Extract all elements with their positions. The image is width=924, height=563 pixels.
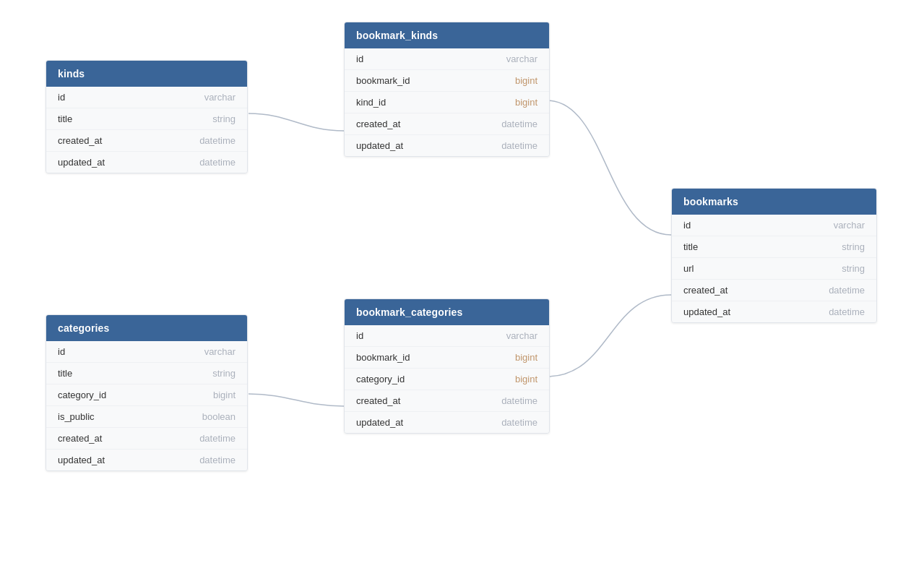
col-type: datetime (199, 157, 236, 168)
table-categories-header: categories (46, 315, 247, 341)
table-row: created_at datetime (46, 428, 247, 450)
col-type: datetime (199, 455, 236, 465)
col-name: bookmark_id (356, 75, 410, 86)
col-type: datetime (199, 135, 236, 146)
table-row: updated_at datetime (46, 450, 247, 470)
table-row: category_id bigint (46, 384, 247, 406)
table-row: url string (672, 258, 876, 280)
col-type: bigint (515, 97, 537, 108)
col-name: is_public (58, 411, 95, 422)
col-name: updated_at (58, 455, 105, 465)
db-diagram-canvas: kinds id varchar title string created_at… (0, 0, 924, 563)
table-kinds-body: id varchar title string created_at datet… (46, 87, 247, 173)
col-name: created_at (356, 119, 400, 129)
connector-bk-cats-bookmarks (547, 295, 671, 377)
col-type: datetime (829, 306, 865, 317)
table-bookmark-kinds-body: id varchar bookmark_id bigint kind_id bi… (345, 48, 549, 156)
table-bookmark-categories-header: bookmark_categories (345, 299, 549, 325)
col-name: updated_at (356, 140, 403, 151)
col-name: title (58, 368, 72, 379)
col-type: datetime (501, 140, 537, 151)
table-row: updated_at datetime (46, 152, 247, 173)
col-name: id (683, 220, 691, 231)
table-row: id varchar (672, 215, 876, 236)
table-row: id varchar (345, 48, 549, 70)
table-row: created_at datetime (46, 130, 247, 152)
table-row: id varchar (46, 341, 247, 363)
col-name: created_at (58, 135, 102, 146)
col-type: datetime (501, 417, 537, 428)
connector-bk-kinds-bookmarks (547, 100, 671, 235)
table-row: title string (46, 108, 247, 130)
col-type: bigint (515, 352, 537, 363)
table-row: id varchar (345, 325, 549, 347)
table-row: bookmark_id bigint (345, 347, 549, 369)
connector-kinds-bk-kinds (249, 113, 344, 131)
col-name: id (356, 53, 363, 64)
col-type: bigint (515, 374, 537, 384)
table-row: created_at datetime (672, 280, 876, 301)
col-type: string (842, 263, 865, 274)
table-row: is_public boolean (46, 406, 247, 428)
table-kinds: kinds id varchar title string created_at… (46, 60, 248, 173)
connector-cats-bk-cats (249, 394, 344, 406)
col-type: string (212, 368, 236, 379)
col-name: created_at (356, 395, 400, 406)
col-name: id (58, 92, 65, 103)
col-type: datetime (501, 119, 537, 129)
col-type: string (842, 241, 865, 252)
col-name: created_at (58, 433, 102, 444)
table-bookmark-categories-body: id varchar bookmark_id bigint category_i… (345, 325, 549, 433)
col-type: varchar (506, 53, 537, 64)
table-row: created_at datetime (345, 390, 549, 412)
table-bookmark-kinds: bookmark_kinds id varchar bookmark_id bi… (344, 22, 550, 157)
col-type: datetime (829, 285, 865, 296)
table-bookmarks: bookmarks id varchar title string url st… (671, 188, 877, 323)
table-row: kind_id bigint (345, 92, 549, 113)
col-type: varchar (204, 92, 236, 103)
table-row: bookmark_id bigint (345, 70, 549, 92)
col-name: title (683, 241, 698, 252)
col-type: datetime (199, 433, 236, 444)
col-name: category_id (58, 390, 106, 400)
table-categories: categories id varchar title string categ… (46, 314, 248, 471)
col-name: url (683, 263, 694, 274)
col-type: varchar (834, 220, 865, 231)
col-name: kind_id (356, 97, 386, 108)
col-type: boolean (202, 411, 236, 422)
table-bookmark-categories: bookmark_categories id varchar bookmark_… (344, 298, 550, 434)
col-name: id (356, 330, 363, 341)
table-row: updated_at datetime (345, 135, 549, 156)
col-name: title (58, 113, 72, 124)
table-row: updated_at datetime (345, 412, 549, 433)
col-name: bookmark_id (356, 352, 410, 363)
col-name: created_at (683, 285, 727, 296)
table-row: updated_at datetime (672, 301, 876, 322)
table-categories-body: id varchar title string category_id bigi… (46, 341, 247, 470)
col-name: id (58, 346, 65, 357)
col-name: updated_at (58, 157, 105, 168)
col-name: category_id (356, 374, 405, 384)
col-type: string (212, 113, 236, 124)
table-row: category_id bigint (345, 369, 549, 390)
table-bookmarks-header: bookmarks (672, 189, 876, 215)
table-row: created_at datetime (345, 113, 549, 135)
col-name: updated_at (683, 306, 730, 317)
col-type: datetime (501, 395, 537, 406)
table-row: title string (672, 236, 876, 258)
table-bookmarks-body: id varchar title string url string creat… (672, 215, 876, 322)
table-row: id varchar (46, 87, 247, 108)
table-row: title string (46, 363, 247, 384)
col-type: bigint (213, 390, 236, 400)
col-name: updated_at (356, 417, 403, 428)
table-bookmark-kinds-header: bookmark_kinds (345, 22, 549, 48)
table-kinds-header: kinds (46, 61, 247, 87)
col-type: bigint (515, 75, 537, 86)
col-type: varchar (506, 330, 537, 341)
col-type: varchar (204, 346, 236, 357)
